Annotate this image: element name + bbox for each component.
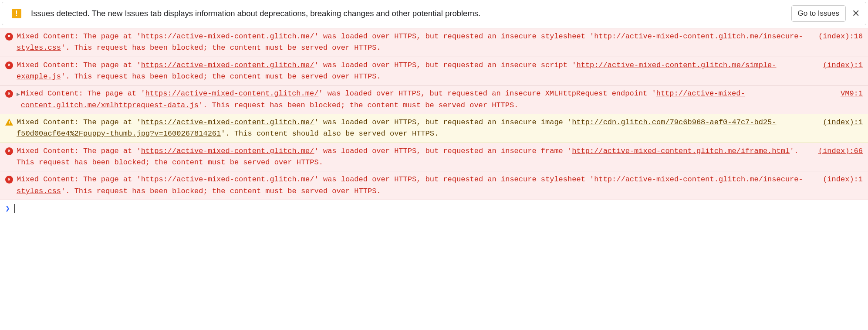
log-message: Mixed Content: The page at 'https://acti… [17,31,808,54]
prompt-cursor [14,204,15,213]
url-link[interactable]: https://active-mixed-content.glitch.me/ [141,61,314,69]
url-link[interactable]: https://active-mixed-content.glitch.me/ [141,175,314,184]
log-text-fragment: Mixed Content: The page at ' [17,147,141,155]
log-message: Mixed Content: The page at 'https://acti… [17,174,812,197]
log-text-fragment: Mixed Content: The page at ' [17,175,141,184]
log-message: Mixed Content: The page at 'https://acti… [17,60,812,83]
url-link[interactable]: https://active-mixed-content.glitch.me/ [141,32,314,41]
console-log-row[interactable]: Mixed Content: The page at 'https://acti… [0,57,868,86]
log-source-link[interactable]: (index):66 [818,146,863,157]
go-to-issues-button[interactable]: Go to Issues [791,5,846,22]
log-text-fragment: Mixed Content: The page at ' [17,32,141,41]
issues-text: Issues detected. The new Issues tab disp… [31,9,791,18]
error-icon [5,90,13,98]
issues-infobar: ! Issues detected. The new Issues tab di… [2,2,866,25]
log-text-fragment: ' was loaded over HTTPS, but requested a… [314,61,577,69]
console-log-row[interactable]: Mixed Content: The page at 'https://acti… [0,171,868,200]
log-message: Mixed Content: The page at 'https://acti… [21,88,830,111]
log-message: Mixed Content: The page at 'https://acti… [17,146,808,169]
log-text-fragment: ' was loaded over HTTPS, but requested a… [314,118,572,126]
error-icon [5,33,13,41]
log-text-fragment: Mixed Content: The page at ' [21,89,145,98]
log-text-fragment: '. This request has been blocked; the co… [61,72,381,81]
expand-arrow-icon[interactable]: ▶ [17,90,20,99]
close-icon[interactable]: ✕ [852,8,860,19]
error-icon [5,147,13,155]
url-link[interactable]: https://active-mixed-content.glitch.me/ [141,147,314,155]
warning-icon [5,119,13,126]
log-source-link[interactable]: (index):16 [818,31,863,42]
log-text-fragment: '. This content should also be served ov… [221,129,439,138]
url-link[interactable]: http://active-mixed-content.glitch.me/if… [572,147,790,155]
prompt-chevron-icon: ❯ [5,204,10,213]
log-text-fragment: Mixed Content: The page at ' [17,61,141,69]
log-source-link[interactable]: (index):1 [823,174,863,185]
console-log-row[interactable]: Mixed Content: The page at 'https://acti… [0,143,868,172]
log-text-fragment: '. This request has been blocked; the co… [61,187,381,195]
url-link[interactable]: https://active-mixed-content.glitch.me/ [145,89,318,98]
console-prompt[interactable]: ❯ [0,200,868,217]
console-log-row[interactable]: Mixed Content: The page at 'https://acti… [0,114,868,143]
console-log-list: Mixed Content: The page at 'https://acti… [0,28,868,200]
log-text-fragment: ' was loaded over HTTPS, but requested a… [314,175,594,184]
issues-icon: ! [12,9,21,18]
log-text-fragment: ' was loaded over HTTPS, but requested a… [314,32,594,41]
log-source-link[interactable]: VM9:1 [841,88,863,99]
log-text-fragment: '. This request has been blocked; the co… [61,44,381,52]
url-link[interactable]: https://active-mixed-content.glitch.me/ [141,118,314,126]
log-text-fragment: '. This request has been blocked; the co… [199,101,519,109]
console-log-row[interactable]: Mixed Content: The page at 'https://acti… [0,28,868,57]
log-text-fragment: ' was loaded over HTTPS, but requested a… [318,89,656,98]
log-source-link[interactable]: (index):1 [823,60,863,71]
error-icon [5,61,13,69]
log-message: Mixed Content: The page at 'https://acti… [17,117,812,140]
console-log-row[interactable]: ▶Mixed Content: The page at 'https://act… [0,85,868,114]
log-source-link[interactable]: (index):1 [823,117,863,128]
log-text-fragment: ' was loaded over HTTPS, but requested a… [314,147,572,155]
log-text-fragment: Mixed Content: The page at ' [17,118,141,126]
error-icon [5,176,13,184]
